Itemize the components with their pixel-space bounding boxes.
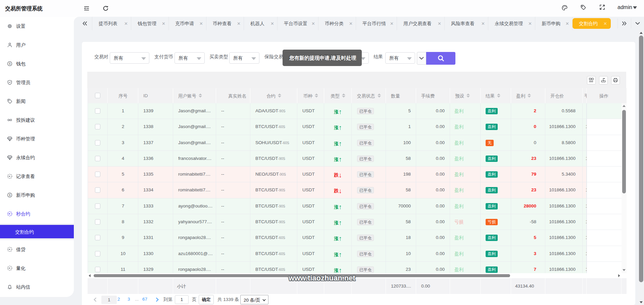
svg-text:$: $	[9, 62, 10, 65]
svg-text:$: $	[9, 193, 10, 197]
